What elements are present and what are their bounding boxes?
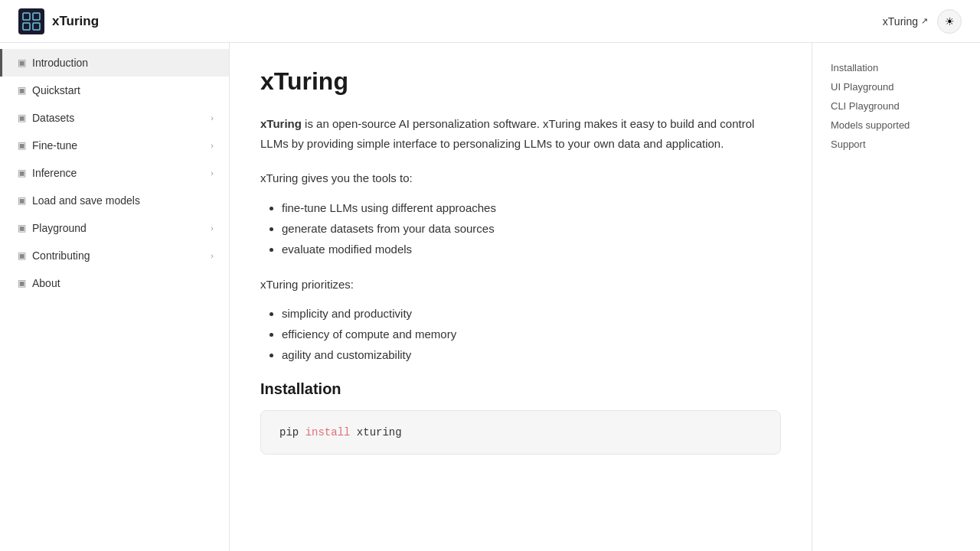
sidebar-icon-load-save: ▣ [18, 195, 26, 206]
sidebar-item-contributing[interactable]: ▣ Contributing › [0, 242, 229, 269]
chevron-playground-icon: › [211, 223, 214, 233]
sidebar-item-quickstart[interactable]: ▣ Quickstart [0, 77, 229, 104]
main-content: xTuring xTuring is an open-source AI per… [230, 43, 812, 551]
right-sidebar-item-cli-playground[interactable]: CLI Playground [825, 96, 968, 116]
header-title: xTuring [52, 14, 99, 29]
layout: ▣ Introduction ▣ Quickstart ▣ Datasets ›… [0, 43, 980, 551]
sidebar-icon-playground: ▣ [18, 223, 26, 233]
logo-icon [18, 8, 44, 34]
intro-text-content: is an open-source AI personalization sof… [260, 117, 754, 150]
prioritizes-label: xTuring prioritizes: [260, 275, 781, 295]
gives-tools-label: xTuring gives you the tools to: [260, 168, 781, 188]
sidebar-label-load-save: Load and save models [32, 194, 140, 207]
sidebar-label-datasets: Datasets [32, 112, 74, 124]
priorities-list: simplicity and productivity efficiency o… [260, 303, 781, 365]
sidebar-label-fine-tune: Fine-tune [32, 139, 77, 152]
sidebar-label-about: About [32, 277, 60, 289]
header: xTuring xTuring ↗ ☀ [0, 0, 980, 43]
list-item: efficiency of compute and memory [282, 324, 781, 344]
chevron-inference-icon: › [211, 168, 214, 178]
sidebar-label-contributing: Contributing [32, 249, 90, 262]
code-install: install [305, 426, 351, 439]
sun-icon: ☀ [945, 15, 955, 28]
right-sidebar-item-models-supported[interactable]: Models supported [825, 116, 968, 135]
xturing-bold: xTuring [260, 117, 302, 130]
chevron-fine-tune-icon: › [211, 141, 214, 150]
list-item: fine-tune LLMs using different approache… [282, 197, 781, 218]
sidebar-label-inference: Inference [32, 167, 77, 179]
list-item: simplicity and productivity [282, 303, 781, 324]
sidebar-icon-datasets: ▣ [18, 112, 26, 123]
sidebar-icon-quickstart: ▣ [18, 85, 26, 96]
installation-heading: Installation [260, 380, 781, 398]
sidebar-label-quickstart: Quickstart [32, 84, 80, 96]
sidebar-item-datasets[interactable]: ▣ Datasets › [0, 104, 229, 132]
right-sidebar-item-support[interactable]: Support [825, 135, 968, 154]
sidebar-item-inference[interactable]: ▣ Inference › [0, 159, 229, 187]
sidebar-item-load-save[interactable]: ▣ Load and save models [0, 187, 229, 214]
sidebar-label-playground: Playground [32, 222, 87, 234]
list-item: evaluate modified models [282, 239, 781, 259]
right-sidebar-item-installation[interactable]: Installation [825, 58, 968, 77]
sidebar-icon-introduction: ▣ [18, 57, 26, 68]
header-link-label: xTuring [883, 15, 918, 28]
code-pkg: xturing [357, 426, 402, 439]
right-sidebar: Installation UI Playground CLI Playgroun… [812, 43, 980, 551]
sidebar-item-fine-tune[interactable]: ▣ Fine-tune › [0, 132, 229, 159]
sidebar-label-introduction: Introduction [32, 57, 88, 69]
chevron-contributing-icon: › [211, 251, 214, 260]
chevron-datasets-icon: › [211, 113, 214, 122]
list-item: generate datasets from your data sources [282, 218, 781, 239]
sidebar-item-playground[interactable]: ▣ Playground › [0, 214, 229, 242]
sidebar-item-introduction[interactable]: ▣ Introduction [0, 49, 229, 77]
header-left: xTuring [18, 8, 99, 34]
sidebar-icon-fine-tune: ▣ [18, 140, 26, 151]
theme-toggle-button[interactable]: ☀ [937, 9, 962, 34]
sidebar-icon-inference: ▣ [18, 168, 26, 178]
sidebar-item-about[interactable]: ▣ About [0, 269, 229, 297]
sidebar: ▣ Introduction ▣ Quickstart ▣ Datasets ›… [0, 43, 230, 551]
external-link-icon: ↗ [921, 16, 928, 26]
header-right: xTuring ↗ ☀ [883, 9, 962, 34]
right-sidebar-item-ui-playground[interactable]: UI Playground [825, 77, 968, 96]
intro-paragraph: xTuring is an open-source AI personaliza… [260, 114, 781, 153]
code-pip: pip [279, 426, 299, 439]
svg-rect-0 [18, 8, 44, 34]
tools-list: fine-tune LLMs using different approache… [260, 197, 781, 259]
sidebar-icon-about: ▣ [18, 278, 26, 289]
code-block: pip install xturing [260, 410, 781, 455]
header-external-link[interactable]: xTuring ↗ [883, 15, 928, 28]
sidebar-icon-contributing: ▣ [18, 250, 26, 261]
page-title: xTuring [260, 67, 781, 96]
list-item: agility and customizability [282, 344, 781, 365]
